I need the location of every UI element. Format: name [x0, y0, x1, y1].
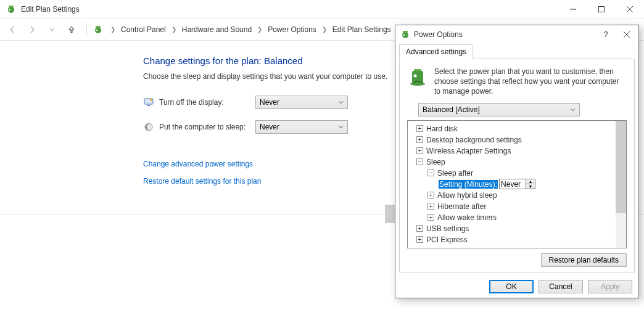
expand-icon[interactable]: +: [416, 225, 423, 232]
restore-plan-defaults-button[interactable]: Restore plan defaults: [541, 253, 627, 267]
dialog-body: Select the power plan that you want to c…: [399, 59, 635, 272]
tab-advanced-settings[interactable]: Advanced settings: [399, 44, 473, 59]
sleep-label: Put the computer to sleep:: [159, 123, 255, 131]
close-button[interactable]: [616, 0, 644, 18]
svg-rect-8: [96, 26, 101, 28]
chevron-right-icon: ❯: [322, 26, 327, 33]
display-dropdown[interactable]: Never: [255, 96, 348, 109]
scrollbar-stub[interactable]: [385, 205, 395, 223]
tree-item-desktop-bg[interactable]: +Desktop background settings: [416, 134, 614, 145]
moon-icon: [143, 122, 154, 132]
sleep-value: Never: [260, 123, 279, 131]
minimize-button[interactable]: [559, 0, 587, 18]
chevron-down-icon: [570, 108, 576, 112]
breadcrumb-item[interactable]: Hardware and Sound: [180, 24, 254, 35]
main-titlebar: Edit Plan Settings: [0, 0, 644, 18]
power-plan-icon: [6, 4, 16, 14]
expand-icon[interactable]: +: [416, 125, 423, 132]
help-button[interactable]: ?: [597, 30, 615, 39]
tree-item-pci[interactable]: +PCI Express: [416, 234, 614, 245]
svg-point-7: [95, 27, 101, 33]
svg-rect-15: [403, 31, 408, 33]
svg-point-9: [96, 29, 97, 30]
svg-point-12: [150, 99, 152, 101]
monitor-icon: [143, 97, 154, 107]
breadcrumb-item[interactable]: Power Options: [266, 24, 318, 35]
window-title: Edit Plan Settings: [21, 5, 559, 14]
chevron-down-icon: [338, 100, 344, 104]
display-value: Never: [260, 98, 279, 107]
recent-dropdown[interactable]: [43, 21, 60, 38]
tree-item-wireless[interactable]: +Wireless Adapter Settings: [416, 145, 614, 157]
dialog-buttons: OK Cancel Apply: [395, 276, 638, 300]
dialog-titlebar: Power Options ?: [395, 25, 638, 44]
up-button[interactable]: [63, 21, 80, 38]
maximize-button[interactable]: [587, 0, 616, 18]
svg-rect-4: [599, 6, 605, 12]
tree-item-allow-hybrid[interactable]: +Allow hybrid sleep: [427, 190, 614, 201]
svg-point-14: [402, 32, 408, 38]
battery-icon: [407, 67, 428, 97]
chevron-right-icon: ❯: [171, 26, 176, 33]
forward-button[interactable]: [23, 21, 41, 38]
dialog-title: Power Options: [414, 30, 597, 39]
dialog-close-button[interactable]: [615, 25, 638, 44]
tree-item-usb[interactable]: +USB settings: [416, 223, 614, 234]
svg-point-16: [403, 35, 405, 36]
spin-down[interactable]: ▼: [526, 184, 535, 189]
svg-point-0: [8, 7, 14, 13]
power-options-dialog: Power Options ? Advanced settings Select…: [395, 25, 639, 298]
power-plan-icon: [400, 30, 410, 39]
expand-icon[interactable]: +: [427, 214, 434, 221]
back-button[interactable]: [4, 21, 21, 38]
scrollbar-thumb[interactable]: [616, 121, 626, 213]
expand-icon[interactable]: +: [416, 136, 423, 143]
dialog-info: Select the power plan that you want to c…: [407, 67, 627, 97]
svg-rect-1: [9, 6, 14, 7]
tree-item-hibernate-after[interactable]: +Hibernate after: [427, 201, 614, 212]
tree-scrollbar[interactable]: [616, 121, 626, 248]
collapse-icon[interactable]: −: [416, 158, 423, 165]
breadcrumb-item[interactable]: Control Panel: [119, 24, 168, 35]
power-plan-icon: [93, 25, 103, 35]
dialog-tabs: Advanced settings: [395, 44, 638, 59]
svg-point-22: [414, 75, 417, 78]
collapse-icon[interactable]: −: [427, 170, 434, 176]
tree-item-setting-minutes[interactable]: Setting (Minutes): Never ▲▼: [439, 179, 614, 190]
expand-icon[interactable]: +: [427, 203, 434, 210]
cancel-button[interactable]: Cancel: [539, 280, 583, 293]
chevron-right-icon: ❯: [257, 26, 262, 33]
sleep-dropdown[interactable]: Never: [255, 120, 348, 134]
tree-item-hard-disk[interactable]: +Hard disk: [416, 123, 614, 134]
chevron-down-icon: [338, 125, 344, 129]
spinner[interactable]: ▲▼: [526, 179, 535, 189]
breadcrumb: ❯ Control Panel ❯ Hardware and Sound ❯ P…: [110, 24, 393, 35]
display-label: Turn off the display:: [159, 98, 255, 107]
setting-value-input[interactable]: Never: [499, 179, 526, 189]
breadcrumb-item[interactable]: Edit Plan Settings: [331, 24, 393, 35]
spin-up[interactable]: ▲: [526, 179, 535, 184]
expand-icon[interactable]: +: [416, 236, 423, 243]
tree-item-sleep[interactable]: −Sleep: [416, 157, 614, 168]
plan-value: Balanced [Active]: [423, 105, 480, 114]
expand-icon[interactable]: +: [427, 192, 434, 198]
apply-button[interactable]: Apply: [588, 280, 632, 293]
tree-item-allow-wake[interactable]: +Allow wake timers: [427, 212, 614, 223]
dialog-info-text: Select the power plan that you want to c…: [434, 67, 627, 97]
plan-dropdown[interactable]: Balanced [Active]: [418, 103, 580, 117]
expand-icon[interactable]: +: [416, 147, 423, 154]
ok-button[interactable]: OK: [489, 280, 534, 293]
settings-tree: +Hard disk +Desktop background settings …: [407, 120, 627, 248]
svg-rect-11: [147, 105, 150, 106]
setting-label: Setting (Minutes):: [439, 180, 498, 189]
svg-point-21: [410, 82, 425, 86]
svg-point-2: [9, 9, 10, 10]
chevron-right-icon: ❯: [110, 26, 115, 33]
tree-item-sleep-after[interactable]: −Sleep after: [427, 168, 614, 179]
